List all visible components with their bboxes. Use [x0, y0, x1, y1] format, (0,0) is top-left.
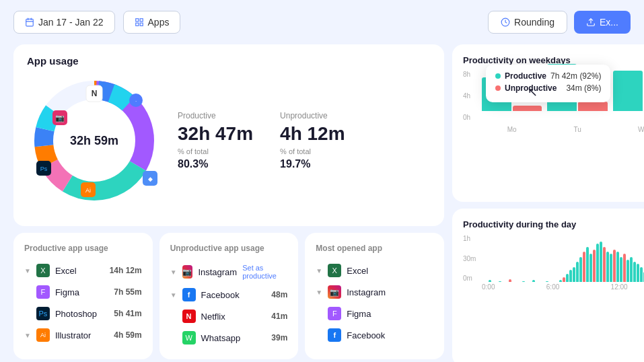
day-label-tu: Tu [547, 126, 607, 133]
chevron-down-icon: ▼ [170, 291, 177, 299]
app-name: Whatsapp [201, 333, 266, 343]
app-name: Excel [55, 266, 104, 276]
list-item[interactable]: ▼ Ps Photoshop 5h 41m [24, 303, 142, 324]
excel-icon: X [328, 264, 341, 277]
x-6: 6:00 [546, 283, 611, 291]
svg-rect-6 [135, 23, 138, 26]
productive-stat-value: 32h 47m [178, 123, 253, 145]
tooltip-unproductive-row: Unproductive 34m (8%) [495, 83, 601, 93]
svg-text:◆: ◆ [148, 176, 153, 182]
list-item[interactable]: ▼ f Facebook 48m [170, 284, 288, 305]
export-button[interactable]: Ex... [574, 11, 631, 34]
y-label-top: 8h [463, 71, 470, 78]
day-bars [482, 242, 644, 282]
productive-pct-label: % of total [178, 147, 253, 155]
svg-rect-7 [140, 23, 143, 26]
figma-icon: F [328, 307, 341, 320]
productive-apps-title: Productive app usage [24, 244, 142, 253]
apps-filter-button[interactable]: Apps [123, 11, 181, 34]
x-12: 12:00 [611, 283, 644, 291]
most-opened-card: Most opened app ▼ X Excel ▼ 📷 Instagram … [305, 233, 444, 359]
bar-tu-red [578, 102, 608, 111]
chevron-down-icon: ▼ [24, 332, 31, 339]
app-name: Facebook [201, 290, 266, 300]
app-name: Facebook [347, 330, 433, 340]
app-time: 5h 41m [114, 309, 141, 318]
unproductive-app-usage-card: Unproductive app usage ▼ 📷 Instagram Set… [159, 233, 299, 359]
y-label-bottom: 0h [463, 114, 470, 121]
bar-mo-red [513, 106, 542, 111]
list-item[interactable]: ▼ W Whatsapp 39m [170, 327, 288, 349]
chart-tooltip: Productive 7h 42m (92%) Unproductive 34m… [486, 65, 610, 102]
y-30m: 30m [463, 255, 476, 262]
weekday-chart-card: Productivity on weekdays Productive 7h 4… [452, 44, 644, 202]
apps-label: Apps [148, 17, 170, 28]
day-bars-container [482, 235, 644, 282]
rounding-button[interactable]: Rounding [488, 11, 567, 34]
facebook-icon: f [182, 288, 196, 301]
app-time: 7h 55m [114, 287, 141, 297]
app-usage-inner: N 📷 Ps Ai · [27, 73, 431, 208]
list-item[interactable]: ▼ X Excel 14h 12m [24, 260, 142, 281]
chevron-down-icon: ▼ [316, 289, 322, 296]
app-name: Figma [55, 287, 108, 297]
list-item[interactable]: ▼ N Netflix 41m [170, 305, 288, 327]
excel-icon: X [36, 264, 50, 277]
productive-pct-value: 80.3% [178, 158, 253, 170]
svg-text:·: · [135, 98, 137, 104]
app-name: Photoshop [55, 309, 108, 319]
app-name: Illustrator [55, 330, 108, 340]
unproductive-pct-label: % of total [280, 147, 345, 155]
svg-text:N: N [92, 89, 98, 98]
instagram-icon: 📷 [328, 285, 341, 299]
list-item[interactable]: ▼ F Figma [316, 303, 433, 324]
stats-section: Productive 32h 47m % of total 80.3% Unpr… [178, 111, 431, 170]
date-range-button[interactable]: Jan 17 - Jan 22 [13, 11, 115, 34]
day-x-labels: 0:00 6:00 12:00 18:00 24: [482, 283, 644, 291]
day-chart-card: Productivity during the day 1h 30m 0m 0:… [452, 209, 644, 362]
list-item[interactable]: ▼ 📷 Instagram [316, 281, 433, 303]
list-item[interactable]: ▼ f Facebook [316, 324, 433, 346]
list-item[interactable]: ▼ Ai Illustrator 4h 59m [24, 324, 142, 346]
grid-icon [135, 17, 144, 27]
calendar-icon [25, 17, 34, 27]
app-time: 48m [271, 290, 287, 299]
left-panel: App usage [13, 44, 444, 362]
day-label-we: We [613, 126, 644, 133]
bar-we-green [613, 71, 643, 111]
app-usage-card: App usage [13, 44, 444, 226]
main-content: App usage [0, 44, 644, 362]
instagram-icon: 📷 [182, 265, 193, 279]
top-right-actions: Rounding Ex... [488, 11, 631, 34]
y-label-mid: 4h [463, 92, 470, 100]
svg-text:Ai: Ai [85, 187, 91, 194]
day-chart-title: Productivity during the day [463, 219, 644, 229]
tooltip-productive-value: 7h 42m (92%) [550, 71, 601, 81]
top-bar: Jan 17 - Jan 22 Apps Rounding Ex... [0, 0, 644, 44]
figma-icon: F [36, 285, 50, 299]
y-axis: 8h 4h 0h [463, 71, 470, 121]
svg-rect-5 [140, 19, 143, 22]
bottom-cards: Productive app usage ▼ X Excel 14h 12m ▼… [13, 233, 444, 359]
list-item[interactable]: ▼ F Figma 7h 55m [24, 281, 142, 303]
netflix-icon: N [182, 310, 196, 323]
unproductive-pct-value: 19.7% [280, 158, 345, 170]
productive-app-usage-card: Productive app usage ▼ X Excel 14h 12m ▼… [13, 233, 153, 359]
tooltip-productive-row: Productive 7h 42m (92%) [495, 71, 601, 81]
unproductive-apps-title: Unproductive app usage [170, 244, 288, 253]
day-bar-area: 1h 30m 0m 0:00 6:00 12:00 18:00 24: [463, 235, 644, 291]
rounding-icon [501, 17, 510, 27]
unproductive-stat-label: Unproductive [280, 111, 345, 120]
whatsapp-icon: W [182, 331, 196, 345]
donut-chart: N 📷 Ps Ai · [27, 73, 162, 208]
unproductive-stat-value: 4h 12m [280, 123, 345, 145]
weekday-labels: Mo Tu We Th Fr [482, 126, 644, 133]
svg-text:Ps: Ps [40, 166, 48, 172]
rounding-label: Rounding [514, 17, 554, 28]
list-item[interactable]: ▼ X Excel [316, 260, 433, 281]
set-productive-button[interactable]: Set as productive [242, 264, 287, 280]
list-item[interactable]: ▼ 📷 Instagram Set as productive [170, 260, 288, 284]
app-name: Netflix [201, 312, 266, 322]
productive-stat-label: Productive [178, 111, 253, 120]
unproductive-dot [495, 85, 501, 91]
